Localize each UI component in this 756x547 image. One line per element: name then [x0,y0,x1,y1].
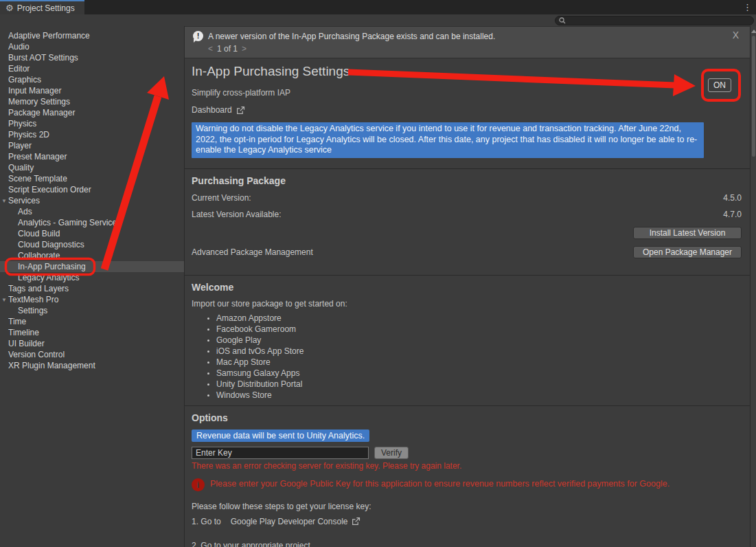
sidebar-item-adaptive-performance[interactable]: Adaptive Performance [0,30,184,41]
sidebar-item-label: UI Builder [8,339,45,348]
welcome-heading: Welcome [192,282,742,293]
pager-next-icon[interactable]: > [242,44,247,54]
sidebar-item-label: Package Manager [8,108,75,118]
sidebar-item-label: Services [8,196,40,205]
sidebar-item-in-app-purchasing[interactable]: In-App Purchasing [0,261,184,272]
sidebar-item-scene-template[interactable]: Scene Template [0,173,184,184]
legacy-analytics-warning: Warning do not disable the Legacy Analyt… [192,122,704,158]
sidebar-item-label: Editor [8,64,30,74]
notification-message: A newer version of the In-App Purchasing… [208,32,495,41]
sidebar-item-preset-manager[interactable]: Preset Manager [0,151,184,162]
advanced-package-label: Advanced Package Management [192,247,313,257]
verify-button[interactable]: Verify [374,447,409,459]
key-error-message: There was an error checking server for e… [192,461,742,471]
sidebar-item-script-execution-order[interactable]: Script Execution Order [0,184,184,195]
sidebar-item-memory-settings[interactable]: Memory Settings [0,96,184,107]
close-notification-icon[interactable]: X [733,30,739,41]
store-list-item: iOS and tvOs App Store [216,346,742,357]
sidebar-item-label: In-App Purchasing [18,262,86,271]
sidebar-item-editor[interactable]: Editor [0,63,184,74]
external-link-icon[interactable] [352,517,360,526]
search-input[interactable] [566,16,750,25]
search-icon [559,17,566,24]
step-1-prefix: 1. Go to [192,517,221,526]
sidebar-item-cloud-diagnostics[interactable]: Cloud Diagnostics [0,239,184,250]
sidebar-item-time[interactable]: Time [0,316,184,327]
sidebar-item-label: Adaptive Performance [8,31,90,41]
toolbar [0,14,756,26]
search-box[interactable] [555,16,754,25]
sidebar-item-ads[interactable]: Ads [0,206,184,217]
latest-version-value: 4.7.0 [723,210,742,219]
page-subtitle: Simplify cross-platform IAP [192,88,742,98]
sidebar-item-quality[interactable]: Quality [0,162,184,173]
store-list-item: Facebook Gameroom [216,324,742,335]
sidebar-item-ui-builder[interactable]: UI Builder [0,338,184,349]
sidebar-item-services[interactable]: ▼Services [0,195,184,206]
sidebar-item-physics[interactable]: Physics [0,118,184,129]
advanced-package-row: Advanced Package Management Open Package… [192,246,742,258]
current-version-value: 4.5.0 [723,193,742,203]
iap-on-toggle[interactable]: ON [708,78,731,92]
enter-key-input[interactable] [192,447,369,459]
sidebar-item-physics-2d[interactable]: Physics 2D [0,129,184,140]
store-list-item: Mac App Store [216,357,742,368]
dashboard-link[interactable]: Dashboard [192,105,742,115]
store-list-item: Samsung Galaxy Apps [216,368,742,379]
kebab-menu-icon[interactable]: ⋮ [743,1,752,13]
purchasing-package-heading: Purchasing Package [192,175,742,186]
sidebar-item-label: Memory Settings [8,97,70,107]
sidebar-item-version-control[interactable]: Version Control [0,349,184,360]
sidebar-item-label: Quality [8,163,34,172]
step-1-row: 1. Go to Google Play Developer Console [192,517,742,526]
sidebar-item-label: Script Execution Order [8,185,91,194]
current-version-row: Current Version: 4.5.0 [192,193,742,203]
sidebar-item-legacy-analytics[interactable]: Legacy Analytics [0,272,184,283]
store-list-item: Windows Store [216,390,742,401]
settings-sidebar: Adaptive PerformanceAudioBurst AOT Setti… [0,26,184,547]
steps-intro: Please follow these steps to get your li… [192,502,742,511]
external-link-icon [236,106,245,115]
sidebar-item-xr-plugin-management[interactable]: XR Plugin Management [0,360,184,371]
sidebar-item-player[interactable]: Player [0,140,184,151]
sidebar-item-label: Analytics - Gaming Services [18,218,121,227]
tab-project-settings[interactable]: ⚙ Project Settings [0,0,84,14]
scrollbar-thumb[interactable] [752,36,755,157]
sidebar-item-graphics[interactable]: Graphics [0,74,184,85]
sidebar-list: Adaptive PerformanceAudioBurst AOT Setti… [0,30,184,371]
sidebar-item-label: Legacy Analytics [18,273,79,282]
sidebar-item-audio[interactable]: Audio [0,41,184,52]
open-package-manager-button[interactable]: Open Package Manager [633,246,742,258]
chevron-down-icon[interactable]: ▼ [1,196,7,207]
sidebar-item-label: Ads [18,207,32,216]
install-latest-version-button[interactable]: Install Latest Version [633,227,742,239]
sidebar-item-analytics-gaming-services[interactable]: Analytics - Gaming Services [0,217,184,228]
scroll-up-icon[interactable] [751,30,756,33]
sidebar-item-package-manager[interactable]: Package Manager [0,107,184,118]
chevron-down-icon[interactable]: ▼ [1,295,7,306]
info-icon: i [192,478,205,491]
pager-prev-icon[interactable]: < [208,44,213,54]
welcome-intro: Import our store package to get started … [192,299,742,309]
latest-version-row: Latest Version Available: 4.7.0 [192,210,742,219]
sidebar-item-burst-aot-settings[interactable]: Burst AOT Settings [0,52,184,63]
sidebar-item-timeline[interactable]: Timeline [0,327,184,338]
sidebar-item-label: Scene Template [8,174,67,183]
sidebar-item-settings[interactable]: Settings [0,305,184,316]
notification-banner: ! A newer version of the In-App Purchasi… [185,26,750,58]
sidebar-item-label: TextMesh Pro [8,295,58,304]
sidebar-item-label: Cloud Build [18,229,60,238]
sidebar-item-label: Input Manager [8,86,61,96]
sidebar-item-label: Cloud Diagnostics [18,240,84,249]
sidebar-item-label: Settings [18,306,47,315]
gear-icon: ⚙ [5,3,14,12]
sidebar-item-label: Tags and Layers [8,284,69,293]
sidebar-item-textmesh-pro[interactable]: ▼TextMesh Pro [0,294,184,305]
sidebar-item-cloud-build[interactable]: Cloud Build [0,228,184,239]
sidebar-item-label: Time [8,317,26,326]
sidebar-item-input-manager[interactable]: Input Manager [0,85,184,96]
vertical-scrollbar[interactable] [750,26,756,547]
google-play-console-link[interactable]: Google Play Developer Console [231,517,348,526]
sidebar-item-collaborate[interactable]: Collaborate [0,250,184,261]
sidebar-item-tags-and-layers[interactable]: Tags and Layers [0,283,184,294]
